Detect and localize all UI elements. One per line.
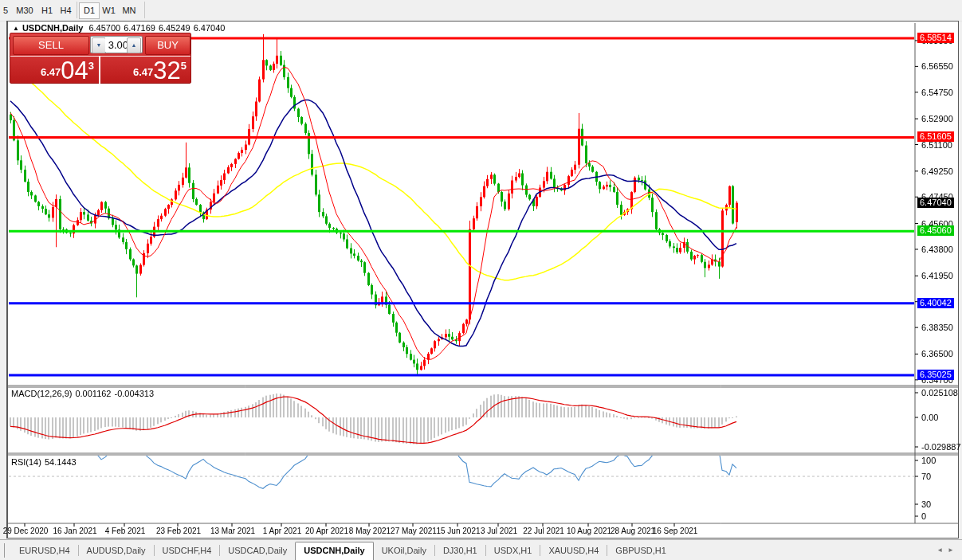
- timeframe-toolbar: 5M30H1H4D1W1MN: [0, 0, 962, 22]
- rsi-name: RSI(14): [11, 457, 41, 467]
- tab-eurusd-h4[interactable]: EURUSD,H4: [11, 542, 78, 558]
- date-axis-label: 4 Feb 2021: [101, 527, 149, 535]
- price-line-label: 6.51605: [917, 131, 954, 142]
- macd-signal-value: -0.004313: [115, 389, 155, 398]
- sell-button[interactable]: SELL: [13, 36, 89, 55]
- macd-axis-label: 0.00: [921, 413, 938, 422]
- tab-scroll-arrows[interactable]: ◄►: [936, 546, 959, 554]
- one-click-trade-panel: SELL ▼ ▲ BUY 6.47043 6.47325: [10, 33, 191, 84]
- rsi-axis-label: 70: [921, 472, 931, 481]
- volume-decrease-icon[interactable]: ▼: [92, 37, 106, 53]
- price-tick-label: 6.52900: [921, 115, 953, 123]
- sell-price[interactable]: 6.47043: [10, 57, 99, 84]
- macd-main-value: 0.001162: [75, 389, 111, 398]
- price-tick-label: 6.43800: [921, 245, 953, 254]
- volume-increase-icon[interactable]: ▲: [127, 37, 141, 53]
- price-tick-label: 6.38350: [921, 323, 953, 332]
- price-tick-label: 6.56550: [921, 62, 953, 71]
- tab-usdchf-h4[interactable]: USDCHF,H4: [155, 542, 220, 558]
- date-axis-label: 3 Jul 2021: [475, 527, 523, 535]
- app-stage: 5M30H1H4D1W1MN ▲USDCNH,Daily 6.457006.47…: [0, 0, 962, 560]
- date-axis-label: 22 Jul 2021: [520, 527, 567, 535]
- rsi-axis-label: 0: [921, 512, 926, 521]
- date-axis-label: 16 Jan 2021: [51, 527, 99, 535]
- ohlc-high: 6.47169: [124, 23, 155, 33]
- collapse-chart-icon[interactable]: ▲: [13, 25, 19, 32]
- tab-dj30-h1[interactable]: DJ30,H1: [435, 542, 485, 558]
- chart-window: ▲USDCNH,Daily 6.457006.471696.452496.470…: [6, 21, 959, 538]
- date-axis-label: 13 Mar 2021: [209, 527, 257, 535]
- buy-price[interactable]: 6.47325: [100, 57, 191, 84]
- price-chart-canvas[interactable]: [8, 22, 958, 537]
- buy-price-small: 6.47: [133, 66, 153, 78]
- ohlc-open: 6.45700: [88, 23, 120, 33]
- macd-name: MACD(12,26,9): [11, 389, 72, 398]
- price-line-label: 6.47040: [917, 198, 954, 208]
- buy-price-big: 32: [153, 57, 180, 84]
- tab-usdcad-daily[interactable]: USDCAD,Daily: [220, 542, 295, 558]
- timeframe-button-d1[interactable]: D1: [79, 2, 100, 19]
- price-tick-label: 6.49250: [921, 167, 953, 176]
- tab-xauusd-h4[interactable]: XAUUSD,H4: [540, 542, 607, 558]
- date-axis-label: 1 Apr 2021: [258, 527, 306, 535]
- toolbar-separator-1: [144, 2, 145, 18]
- ohlc-low: 6.45249: [159, 23, 190, 33]
- chart-symbol: USDCNH,Daily: [22, 23, 83, 33]
- price-tick-label: 6.41950: [921, 272, 953, 280]
- timeframe-button-5[interactable]: 5: [0, 2, 11, 19]
- price-line-label: 6.58514: [917, 33, 954, 43]
- sell-price-big: 04: [61, 57, 88, 84]
- price-line-label: 6.35025: [917, 370, 954, 380]
- buy-price-sup: 5: [181, 60, 187, 72]
- toolbar-separator-0: [77, 2, 77, 18]
- macd-indicator-label: MACD(12,26,9)0.001162-0.004313: [11, 389, 157, 398]
- date-axis-label: 23 Feb 2021: [155, 527, 202, 535]
- timeframe-button-w1[interactable]: W1: [99, 2, 119, 19]
- timeframe-button-h1[interactable]: H1: [37, 2, 57, 19]
- date-axis-label: 16 Sep 2021: [651, 527, 699, 535]
- macd-axis-label: 0.025108: [921, 389, 958, 397]
- chart-tab-bar: EURUSD,H4AUDUSD,DailyUSDCHF,H4USDCAD,Dai…: [0, 539, 962, 560]
- chart-title: ▲USDCNH,Daily 6.457006.471696.452496.470…: [13, 23, 228, 33]
- macd-axis-label: -0.029887: [921, 443, 961, 452]
- buy-button[interactable]: BUY: [145, 36, 190, 55]
- volume-box: ▼ ▲: [90, 36, 143, 53]
- date-axis-label: 29 Dec 2020: [2, 527, 49, 535]
- date-axis-label: 10 Aug 2021: [565, 527, 613, 535]
- timeframe-button-m30[interactable]: M30: [11, 2, 38, 19]
- tab-audusd-daily[interactable]: AUDUSD,Daily: [79, 542, 154, 558]
- price-line-label: 6.40042: [917, 298, 954, 308]
- date-axis-label: 8 May 2021: [346, 527, 394, 535]
- tab-ukoil-daily[interactable]: UKOil,Daily: [374, 542, 434, 558]
- timeframe-button-mn[interactable]: MN: [118, 2, 140, 19]
- rsi-axis-label: 30: [921, 500, 931, 509]
- sell-price-sup: 3: [88, 60, 94, 72]
- price-tick-label: 6.54750: [921, 88, 953, 97]
- tab-gbpusd-h1[interactable]: GBPUSD,H1: [607, 542, 674, 558]
- tab-usdcnh-daily[interactable]: USDCNH,Daily: [295, 542, 373, 560]
- trade-panel-top-row: SELL ▼ ▲ BUY: [10, 33, 190, 57]
- rsi-indicator-label: RSI(14)54.1443: [11, 457, 80, 467]
- rsi-axis-label: 100: [921, 456, 936, 465]
- tab-usdx-h1[interactable]: USDX,H1: [486, 542, 540, 558]
- date-axis-label: 20 Apr 2021: [303, 527, 351, 535]
- rsi-value: 54.1443: [45, 457, 77, 467]
- ohlc-close: 6.47040: [194, 23, 226, 33]
- date-axis-label: 28 Aug 2021: [609, 527, 657, 535]
- timeframe-button-h4[interactable]: H4: [56, 2, 76, 19]
- date-axis-label: 27 May 2021: [390, 527, 438, 535]
- sell-price-small: 6.47: [41, 66, 61, 78]
- volume-input[interactable]: [105, 37, 128, 52]
- price-tick-label: 6.36500: [921, 350, 953, 358]
- price-line-label: 6.45060: [917, 225, 954, 236]
- tab-stub: [0, 543, 5, 558]
